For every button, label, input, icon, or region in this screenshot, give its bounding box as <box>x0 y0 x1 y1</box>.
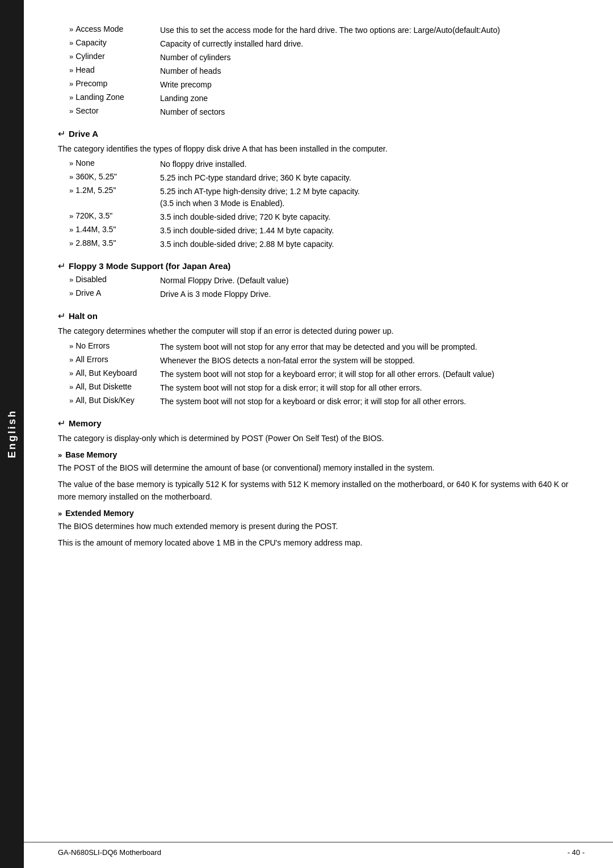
item-value-all-errors: Whenever the BIOS detects a non-fatal er… <box>160 355 585 367</box>
base-memory-section: » Base Memory The POST of the BIOS will … <box>58 450 585 503</box>
item-value-all-but-disk-key: The system boot will not stop for a keyb… <box>160 396 585 408</box>
halt-on-intro: The category determines whether the comp… <box>58 325 585 337</box>
key-label: 360K, 5.25" <box>75 172 117 181</box>
halt-on-title: Halt on <box>69 311 98 321</box>
sidebar-label: English <box>6 409 18 458</box>
double-arrow-icon: » <box>69 25 73 33</box>
extended-memory-para1: The BIOS determines how much extended me… <box>58 520 585 532</box>
double-arrow-icon: » <box>69 369 73 378</box>
list-item: » 1.2M, 5.25" 5.25 inch AT-type high-den… <box>69 186 585 209</box>
item-key-sector: » Sector <box>69 106 160 115</box>
drive-a-heading: ↵ Drive A <box>58 128 585 139</box>
key-label: 1.2M, 5.25" <box>75 186 116 195</box>
item-value-access-mode: Use this to set the access mode for the … <box>160 24 585 36</box>
double-arrow-icon: » <box>69 342 73 350</box>
double-arrow-icon: » <box>69 212 73 220</box>
halt-on-section: ↵ Halt on The category determines whethe… <box>58 311 585 407</box>
double-arrow-icon: » <box>69 225 73 234</box>
footer-right: - 40 - <box>568 848 585 857</box>
halt-on-items: » No Errors The system boot will not sto… <box>58 341 585 408</box>
key-label: Drive A <box>75 288 101 297</box>
key-label: No Errors <box>75 341 110 350</box>
double-arrow-icon: » <box>58 451 62 459</box>
list-item: » Capacity Capacity of currectly install… <box>58 38 585 50</box>
drive-a-intro: The category identifies the types of flo… <box>58 142 585 155</box>
item-value-sector: Number of sectors <box>160 106 585 118</box>
base-memory-title: Base Memory <box>65 450 117 459</box>
double-arrow-icon: » <box>69 275 73 284</box>
list-item: » No Errors The system boot will not sto… <box>69 341 585 353</box>
item-value-no-errors: The system boot will not stop for any er… <box>160 341 585 353</box>
list-item: » Landing Zone Landing zone <box>58 93 585 104</box>
list-item: » Sector Number of sectors <box>58 106 585 118</box>
list-item: » Precomp Write precomp <box>58 79 585 91</box>
item-key-capacity: » Capacity <box>69 38 160 47</box>
footer-left: GA-N680SLI-DQ6 Motherboard <box>58 848 161 857</box>
item-key-none: » None <box>69 158 160 167</box>
list-item: » 720K, 3.5" 3.5 inch double-sided drive… <box>69 211 585 223</box>
item-key-1-2m: » 1.2M, 5.25" <box>69 186 160 195</box>
key-label: Access Mode <box>75 24 123 33</box>
double-arrow-icon: » <box>69 239 73 248</box>
key-label: All, But Diskette <box>75 382 132 391</box>
double-arrow-icon: » <box>69 186 73 195</box>
key-label: Landing Zone <box>75 93 124 102</box>
memory-heading: ↵ Memory <box>58 418 585 429</box>
item-key-all-but-disk-key: » All, But Disk/Key <box>69 396 160 405</box>
extended-memory-section: » Extended Memory The BIOS determines ho… <box>58 509 585 549</box>
item-value-all-but-diskette: The system boot will not stop for a disk… <box>160 382 585 394</box>
double-arrow-icon: » <box>69 39 73 47</box>
floppy3-title: Floppy 3 Mode Support (for Japan Area) <box>69 261 230 271</box>
drive-a-section: ↵ Drive A The category identifies the ty… <box>58 128 585 250</box>
list-item: » 2.88M, 3.5" 3.5 inch double-sided driv… <box>69 238 585 250</box>
double-arrow-icon: » <box>69 355 73 364</box>
item-key-all-errors: » All Errors <box>69 355 160 364</box>
double-arrow-icon: » <box>69 159 73 167</box>
key-label: All Errors <box>75 355 108 364</box>
item-key-precomp: » Precomp <box>69 79 160 88</box>
list-item: » All, But Keyboard The system boot will… <box>69 368 585 380</box>
item-key-all-but-keyboard: » All, But Keyboard <box>69 368 160 378</box>
item-value-2-88m: 3.5 inch double-sided drive; 2.88 M byte… <box>160 238 585 250</box>
double-arrow-icon: » <box>69 173 73 181</box>
key-label: Capacity <box>75 38 106 47</box>
double-arrow-icon: » <box>69 396 73 405</box>
item-value-disabled: Normal Floppy Drive. (Default value) <box>160 275 585 287</box>
section-symbol: ↵ <box>58 128 65 139</box>
double-arrow-icon: » <box>69 107 73 115</box>
item-value-landing-zone: Landing zone <box>160 93 585 104</box>
list-item: » Access Mode Use this to set the access… <box>58 24 585 36</box>
list-item: » Drive A Drive A is 3 mode Floppy Drive… <box>69 288 585 300</box>
key-label: All, But Disk/Key <box>75 396 134 405</box>
item-key-landing-zone: » Landing Zone <box>69 93 160 102</box>
main-content: » Access Mode Use this to set the access… <box>24 0 613 575</box>
item-value-none: No floppy drive installed. <box>160 158 585 170</box>
list-item: » Cylinder Number of cylinders <box>58 52 585 64</box>
item-value-all-but-keyboard: The system boot will not stop for a keyb… <box>160 368 585 380</box>
item-key-disabled: » Disabled <box>69 275 160 284</box>
double-arrow-icon: » <box>69 79 73 88</box>
item-value-precomp: Write precomp <box>160 79 585 91</box>
key-label: Head <box>75 65 94 74</box>
drive-a-items: » None No floppy drive installed. » 360K… <box>58 158 585 250</box>
list-item: » 1.44M, 3.5" 3.5 inch double-sided driv… <box>69 225 585 237</box>
double-arrow-icon: » <box>58 509 62 518</box>
memory-title: Memory <box>69 418 102 428</box>
extended-memory-title: Extended Memory <box>65 509 134 518</box>
key-label: 2.88M, 3.5" <box>75 238 116 248</box>
list-item: » Head Number of heads <box>58 65 585 77</box>
key-label: Cylinder <box>75 52 104 61</box>
item-key-360k: » 360K, 5.25" <box>69 172 160 181</box>
item-value-drive-a-floppy: Drive A is 3 mode Floppy Drive. <box>160 288 585 300</box>
double-arrow-icon: » <box>69 383 73 391</box>
double-arrow-icon: » <box>69 289 73 297</box>
item-key-2-88m: » 2.88M, 3.5" <box>69 238 160 248</box>
list-item: » All Errors Whenever the BIOS detects a… <box>69 355 585 367</box>
section-symbol: ↵ <box>58 311 65 321</box>
list-item: » 360K, 5.25" 5.25 inch PC-type standard… <box>69 172 585 184</box>
item-value-cylinder: Number of cylinders <box>160 52 585 64</box>
floppy3-items: » Disabled Normal Floppy Drive. (Default… <box>58 275 585 300</box>
double-arrow-icon: » <box>69 66 73 74</box>
list-item: » Disabled Normal Floppy Drive. (Default… <box>69 275 585 287</box>
list-item: » All, But Disk/Key The system boot will… <box>69 396 585 408</box>
